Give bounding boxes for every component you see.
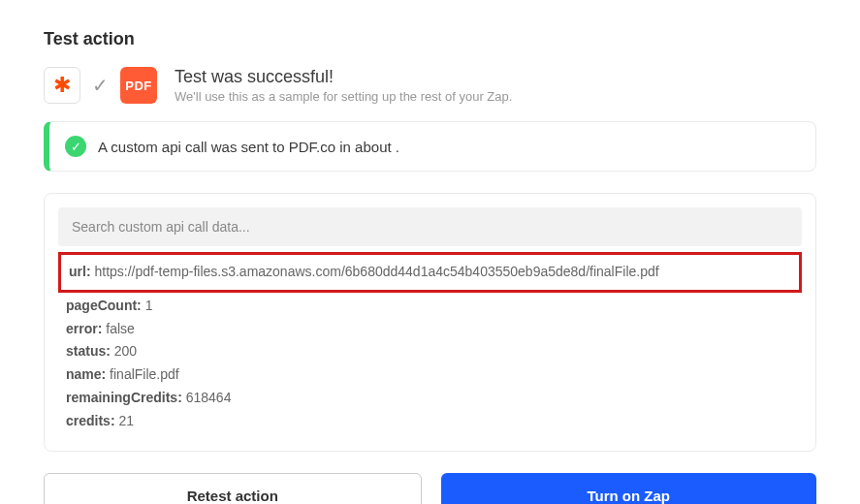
data-key: pageCount: bbox=[66, 298, 142, 313]
status-message: A custom api call was sent to PDF.co in … bbox=[98, 139, 399, 155]
data-key: error: bbox=[66, 321, 102, 336]
test-header-row: ✱ ✓ PDF Test was successful! We'll use t… bbox=[44, 67, 816, 104]
turn-on-zap-button[interactable]: Turn on Zap bbox=[441, 473, 817, 504]
data-row: error: false bbox=[66, 318, 794, 341]
status-banner: ✓ A custom api call was sent to PDF.co i… bbox=[44, 121, 816, 172]
result-card: Search custom api call data... url: http… bbox=[44, 193, 816, 452]
data-value: 200 bbox=[111, 343, 137, 359]
data-key: status: bbox=[66, 343, 111, 359]
search-input[interactable]: Search custom api call data... bbox=[58, 207, 802, 246]
data-row: status: 200 bbox=[66, 340, 794, 363]
data-row: name: finalFile.pdf bbox=[66, 363, 794, 387]
retest-button[interactable]: Retest action bbox=[44, 473, 422, 504]
data-row-url: url: https://pdf-temp-files.s3.amazonaws… bbox=[69, 261, 791, 284]
data-list: pageCount: 1error: falsestatus: 200name:… bbox=[58, 295, 802, 437]
data-key: url: bbox=[69, 264, 91, 279]
data-key: name: bbox=[66, 366, 106, 382]
test-success-subtitle: We'll use this as a sample for setting u… bbox=[175, 89, 512, 104]
data-row: pageCount: 1 bbox=[66, 295, 794, 318]
data-value: https://pdf-temp-files.s3.amazonaws.com/… bbox=[94, 264, 658, 279]
test-success-title: Test was successful! bbox=[175, 67, 512, 87]
url-highlight: url: https://pdf-temp-files.s3.amazonaws… bbox=[58, 252, 802, 293]
action-buttons: Retest action Turn on Zap bbox=[44, 473, 816, 504]
data-value: finalFile.pdf bbox=[106, 366, 178, 382]
pdfco-app-icon: PDF bbox=[120, 67, 157, 104]
data-key: remainingCredits: bbox=[66, 390, 182, 405]
zapier-app-icon: ✱ bbox=[44, 67, 80, 104]
data-value: 1 bbox=[142, 298, 153, 313]
asterisk-icon: ✱ bbox=[53, 75, 71, 96]
data-key: credits: bbox=[66, 413, 115, 428]
data-value: false bbox=[102, 321, 134, 336]
data-value: 21 bbox=[115, 413, 134, 428]
data-row: credits: 21 bbox=[66, 410, 794, 433]
data-row: remainingCredits: 618464 bbox=[66, 387, 794, 410]
section-title: Test action bbox=[44, 29, 816, 49]
success-check-icon: ✓ bbox=[65, 136, 86, 157]
check-icon: ✓ bbox=[92, 74, 109, 97]
data-value: 618464 bbox=[182, 390, 232, 405]
